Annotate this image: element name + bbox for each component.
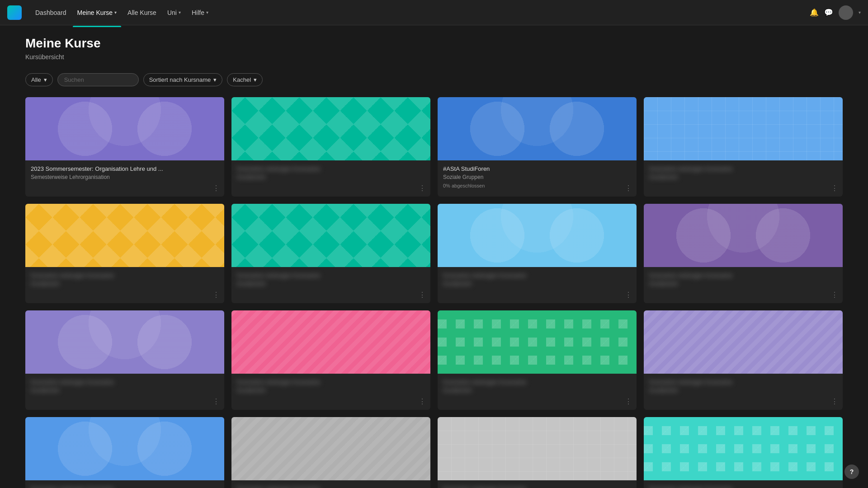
course-card-menu[interactable]: ⋮	[419, 185, 426, 192]
course-card[interactable]: Kursname verborgen KursnameKursbereich⋮	[644, 310, 843, 410]
course-thumbnail	[438, 417, 637, 480]
course-card-menu[interactable]: ⋮	[625, 291, 632, 299]
course-card[interactable]: Kursname verborgen KursnameKursbereich⋮	[25, 310, 224, 410]
search-input[interactable]	[57, 73, 139, 86]
sort-button[interactable]: Sortiert nach Kursname ▾	[143, 73, 223, 86]
course-card-body: 2023 Sommersemester: Organisation Lehre …	[25, 160, 224, 197]
course-card[interactable]: Kursname verborgen KursnameKursbereich⋮	[644, 97, 843, 197]
course-title: Kursname verborgen Kursname	[443, 485, 631, 488]
course-card-menu[interactable]: ⋮	[419, 398, 426, 405]
course-title: Kursname verborgen Kursname	[31, 378, 219, 386]
course-card-body: Kursname verborgen KursnameKursbereich⋮	[644, 160, 843, 197]
course-card[interactable]: Kursname verborgen KursnameKursbereich⋮	[25, 417, 224, 488]
course-card[interactable]: Kursname verborgen KursnameKursbereich⋮	[644, 204, 843, 303]
course-card-body: Kursname verborgen KursnameKursbereich⋮	[25, 374, 224, 410]
course-thumbnail	[438, 204, 637, 267]
course-thumbnail	[25, 204, 224, 267]
course-thumbnail	[644, 310, 843, 374]
course-subtitle: Kursbereich	[443, 387, 631, 394]
course-subtitle: Kursbereich	[649, 387, 837, 394]
course-subtitle: Kursbereich	[237, 174, 425, 180]
nav-alle-kurse[interactable]: Alle Kurse	[123, 6, 161, 19]
course-thumbnail	[231, 97, 430, 160]
course-thumbnail	[438, 310, 637, 374]
course-thumbnail	[231, 417, 430, 480]
course-card-body: Kursname verborgen KursnameKursbereich⋮	[644, 374, 843, 410]
course-subtitle: Soziale Gruppen	[443, 174, 631, 180]
nav-menu: Dashboard Meine Kurse ▾ Alle Kurse Uni ▾…	[31, 6, 810, 19]
course-card[interactable]: Kursname verborgen KursnameKursbereich⋮	[231, 97, 430, 197]
course-card-menu[interactable]: ⋮	[831, 291, 838, 299]
nav-uni[interactable]: Uni ▾	[163, 6, 185, 19]
chevron-down-icon: ▾	[206, 10, 208, 15]
course-card[interactable]: Kursname verborgen KursnameKursbereich⋮	[438, 310, 637, 410]
course-card[interactable]: Kursname verborgen KursnameKursbereich⋮	[231, 204, 430, 303]
course-card[interactable]: Kursname verborgen KursnameKursbereich⋮	[231, 310, 430, 410]
course-card-body: Kursname verborgen KursnameKursbereich⋮	[25, 480, 224, 488]
course-subtitle: Kursbereich	[31, 281, 219, 287]
chevron-down-icon: ▾	[213, 76, 217, 83]
course-card-menu[interactable]: ⋮	[625, 185, 632, 192]
filter-all-button[interactable]: Alle ▾	[25, 73, 53, 86]
course-card-menu[interactable]: ⋮	[212, 291, 220, 299]
course-card-body: Kursname verborgen KursnameKursbereich⋮	[231, 267, 430, 303]
course-title: Kursname verborgen Kursname	[443, 378, 631, 386]
course-title: Kursname verborgen Kursname	[649, 485, 837, 488]
course-title: Kursname verborgen Kursname	[237, 272, 425, 280]
navbar-right: 🔔 💬 ▾	[810, 5, 861, 20]
course-card[interactable]: Kursname verborgen KursnameKursbereich⋮	[438, 204, 637, 303]
course-card-menu[interactable]: ⋮	[419, 291, 426, 299]
course-card[interactable]: #AStA StudiForenSoziale Gruppen0% abgesc…	[438, 97, 637, 197]
course-card-menu[interactable]: ⋮	[212, 398, 220, 405]
course-card-body: #AStA StudiForenSoziale Gruppen0% abgesc…	[438, 160, 637, 197]
course-subtitle: Kursbereich	[649, 281, 837, 287]
chevron-down-icon[interactable]: ▾	[859, 10, 861, 15]
course-card[interactable]: Kursname verborgen KursnameKursbereich⋮	[25, 204, 224, 303]
course-card-menu[interactable]: ⋮	[625, 398, 632, 405]
course-card-body: Kursname verborgen KursnameKursbereich⋮	[644, 267, 843, 303]
course-thumbnail	[644, 204, 843, 267]
chevron-down-icon: ▾	[254, 76, 257, 83]
bell-icon[interactable]: 🔔	[810, 8, 819, 17]
course-subtitle: Kursbereich	[443, 281, 631, 287]
course-card-body: Kursname verborgen KursnameKursbereich⋮	[644, 480, 843, 488]
course-card[interactable]: Kursname verborgen KursnameKursbereich⋮	[231, 417, 430, 488]
user-avatar[interactable]	[839, 5, 853, 20]
page-subtitle: Kursübersicht	[25, 53, 843, 61]
nav-dashboard[interactable]: Dashboard	[31, 6, 71, 19]
course-thumbnail	[25, 310, 224, 374]
chevron-down-icon: ▾	[179, 10, 181, 15]
course-title: Kursname verborgen Kursname	[649, 165, 837, 173]
view-button[interactable]: Kachel ▾	[227, 73, 263, 86]
course-card-menu[interactable]: ⋮	[831, 185, 838, 192]
course-card-body: Kursname verborgen KursnameKursbereich⋮	[438, 267, 637, 303]
course-subtitle: Semesterweise Lehrorganisation	[31, 174, 219, 180]
course-card-body: Kursname verborgen KursnameKursbereich⋮	[231, 480, 430, 488]
help-button[interactable]: ?	[844, 465, 859, 479]
main-content: Meine Kurse Kursübersicht Alle ▾ Sortier…	[0, 0, 868, 488]
course-thumbnail	[25, 417, 224, 480]
course-title: #AStA StudiForen	[443, 165, 631, 173]
course-title: Kursname verborgen Kursname	[443, 272, 631, 280]
course-thumbnail	[644, 97, 843, 160]
course-thumbnail	[231, 204, 430, 267]
course-subtitle: Kursbereich	[237, 281, 425, 287]
course-card-menu[interactable]: ⋮	[831, 398, 838, 405]
filters-bar: Alle ▾ Sortiert nach Kursname ▾ Kachel ▾	[25, 73, 843, 86]
nav-hilfe[interactable]: Hilfe ▾	[187, 6, 213, 19]
course-thumbnail	[438, 97, 637, 160]
course-title: Kursname verborgen Kursname	[649, 272, 837, 280]
course-card[interactable]: 2023 Sommersemester: Organisation Lehre …	[25, 97, 224, 197]
app-logo[interactable]	[7, 5, 22, 20]
course-card[interactable]: Kursname verborgen KursnameKursbereich⋮	[644, 417, 843, 488]
chat-icon[interactable]: 💬	[824, 8, 833, 17]
course-title: Kursname verborgen Kursname	[237, 485, 425, 488]
course-thumbnail	[231, 310, 430, 374]
course-card-menu[interactable]: ⋮	[212, 185, 220, 192]
course-title: 2023 Sommersemester: Organisation Lehre …	[31, 165, 219, 173]
course-thumbnail	[644, 417, 843, 480]
course-thumbnail	[25, 97, 224, 160]
course-card[interactable]: Kursname verborgen KursnameKursbereich⋮	[438, 417, 637, 488]
course-card-body: Kursname verborgen KursnameKursbereich⋮	[25, 267, 224, 303]
nav-meine-kurse[interactable]: Meine Kurse ▾	[73, 6, 122, 19]
